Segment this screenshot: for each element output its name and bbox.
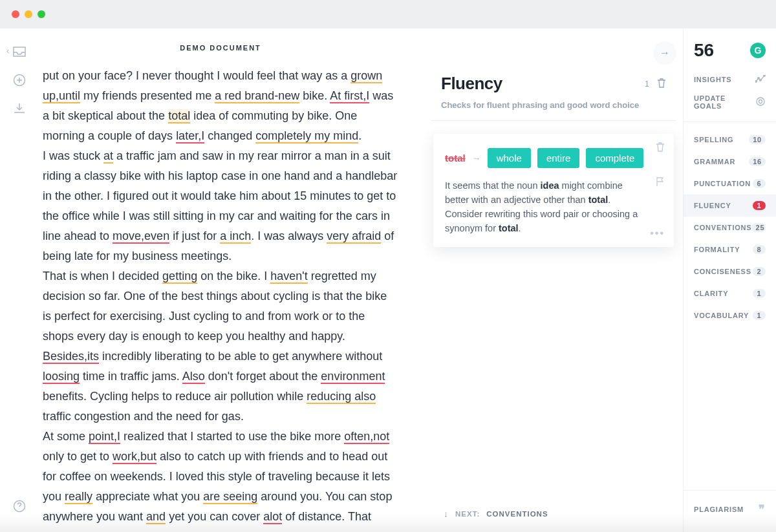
panel-count: 1: [645, 79, 649, 89]
document-text[interactable]: put on your face? I never thought I woul…: [43, 66, 398, 532]
highlighted-word-total[interactable]: total: [168, 109, 190, 123]
app-layout: ‹ DEMO DOCUMENT put on your face? I neve…: [0, 28, 776, 532]
panel-header: Fluency 1 Checks for fluent phrasing and…: [431, 74, 676, 121]
svg-point-2: [755, 81, 757, 83]
document-title: DEMO DOCUMENT: [43, 44, 398, 52]
back-icon[interactable]: ‹: [6, 47, 9, 56]
category-punctuation[interactable]: PUNCTUATION6: [684, 173, 776, 195]
svg-point-7: [759, 100, 762, 103]
underline-yellow[interactable]: and: [146, 510, 166, 524]
grammarly-logo-icon[interactable]: G: [750, 43, 766, 58]
download-icon[interactable]: [12, 101, 27, 116]
category-spelling[interactable]: SPELLING10: [684, 129, 776, 151]
panel-title: Fluency: [441, 74, 502, 94]
inbox-icon[interactable]: [12, 44, 27, 59]
next-label: NEXT:: [455, 510, 480, 518]
insights-icon: [755, 75, 766, 84]
category-grammar[interactable]: GRAMMAR16: [684, 151, 776, 173]
suggestion-chip[interactable]: complete: [586, 148, 643, 168]
underline-yellow[interactable]: a red brand-new: [215, 89, 299, 103]
suggestion-card: ••• total → whole entire complete It see…: [433, 134, 674, 247]
underline-red[interactable]: often,not: [344, 430, 389, 444]
help-icon[interactable]: [12, 498, 27, 514]
left-rail: ‹: [0, 28, 39, 532]
close-window-icon[interactable]: [12, 10, 19, 18]
underline-yellow[interactable]: a inch: [220, 229, 251, 244]
next-value: CONVENTIONS: [486, 510, 548, 518]
category-conventions[interactable]: CONVENTIONS25: [684, 217, 776, 239]
underline-red[interactable]: move,even: [113, 229, 169, 244]
svg-point-6: [757, 98, 764, 105]
underline-yellow[interactable]: very afraid: [327, 229, 381, 244]
underline-yellow[interactable]: are seeing: [203, 490, 257, 504]
suggestion-chip[interactable]: whole: [488, 148, 531, 168]
arrow-down-icon: ↓: [444, 509, 449, 519]
underline-red[interactable]: Also: [182, 370, 205, 384]
category-vocabulary[interactable]: VOCABULARY1: [684, 304, 776, 326]
more-icon[interactable]: •••: [650, 228, 665, 239]
overall-score: 56: [694, 40, 714, 61]
panel-subtitle: Checks for fluent phrasing and good word…: [441, 100, 666, 110]
suggestion-options: total → whole entire complete: [445, 148, 662, 168]
arrow-icon: →: [472, 153, 481, 164]
quote-icon: ❞: [759, 502, 766, 516]
underline-yellow[interactable]: completely my mind: [255, 129, 358, 144]
suggestion-panel: → Fluency 1 Checks for fluent phrasing a…: [424, 28, 683, 532]
new-doc-icon[interactable]: [12, 72, 27, 88]
underline-yellow[interactable]: getting: [162, 270, 197, 284]
svg-point-3: [758, 78, 760, 80]
collapse-panel-icon[interactable]: →: [653, 41, 676, 65]
category-conciseness[interactable]: CONCISENESS2: [684, 261, 776, 282]
underline-red[interactable]: later,I: [176, 129, 204, 144]
underline-red[interactable]: alot: [263, 510, 282, 524]
target-icon: [755, 96, 766, 108]
right-sidebar: 56 G INSIGHTS UPDATE GOALS SPELLING10 GR…: [683, 28, 776, 532]
insights-link[interactable]: INSIGHTS: [684, 70, 776, 89]
underline-red[interactable]: Besides,its: [43, 350, 99, 364]
plagiarism-link[interactable]: PLAGIARISM ❞: [684, 490, 776, 532]
editor-column: DEMO DOCUMENT put on your face? I never …: [39, 28, 424, 532]
underline-red[interactable]: loosing: [43, 370, 80, 384]
minimize-window-icon[interactable]: [25, 10, 32, 18]
update-goals-link[interactable]: UPDATE GOALS: [684, 89, 776, 115]
category-clarity[interactable]: CLARITY1: [684, 282, 776, 304]
underline-yellow[interactable]: reducing also: [307, 390, 376, 404]
suggestion-explanation: It seems that the noun idea might combin…: [445, 178, 662, 235]
titlebar: [0, 0, 776, 28]
category-fluency[interactable]: FLUENCY1: [684, 195, 776, 217]
underline-yellow[interactable]: haven't: [270, 270, 307, 284]
flag-icon[interactable]: [656, 176, 665, 189]
underline-red[interactable]: work,but: [113, 450, 156, 464]
category-formality[interactable]: FORMALITY8: [684, 239, 776, 261]
svg-point-4: [760, 80, 762, 81]
svg-point-5: [764, 75, 766, 76]
fullscreen-window-icon[interactable]: [38, 10, 45, 18]
underline-yellow[interactable]: at: [103, 149, 113, 164]
underline-red[interactable]: environment: [321, 370, 385, 384]
next-category-hint[interactable]: ↓ NEXT: CONVENTIONS: [444, 509, 548, 519]
dismiss-icon[interactable]: [656, 142, 665, 154]
underline-red[interactable]: point,I: [89, 430, 120, 444]
suggestion-chip[interactable]: entire: [537, 148, 580, 168]
underline-yellow[interactable]: really: [65, 490, 92, 504]
dismiss-all-icon[interactable]: [657, 78, 666, 90]
underline-red[interactable]: At first,I: [330, 89, 369, 103]
strike-word: total: [445, 153, 466, 164]
